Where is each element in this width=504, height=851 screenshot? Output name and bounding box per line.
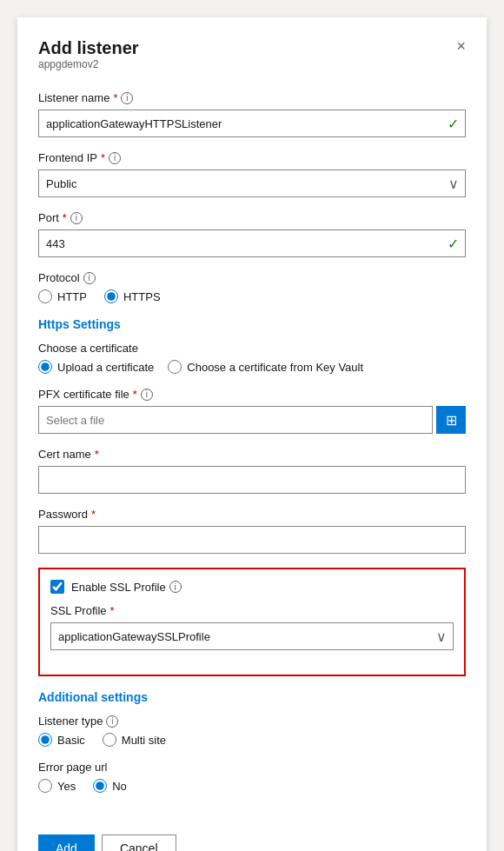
error-page-yes-label: Yes <box>57 780 76 793</box>
frontend-ip-select[interactable]: Public Private <box>38 170 466 197</box>
enable-ssl-profile-label: Enable SSL Profile i <box>71 581 182 594</box>
listener-type-group: Listener type i Basic Multi site <box>38 715 466 747</box>
listener-type-label: Listener type i <box>38 715 466 728</box>
listener-name-check-icon: ✓ <box>448 116 459 132</box>
error-page-yes-option[interactable]: Yes <box>38 779 76 793</box>
error-page-no-label: No <box>112 780 127 793</box>
cert-name-group: Cert name * <box>38 448 466 494</box>
https-settings-section: Https Settings Choose a certificate Uplo… <box>38 317 466 374</box>
protocol-info-icon[interactable]: i <box>83 272 96 284</box>
ssl-profile-required: * <box>110 604 115 617</box>
listener-type-radio-group: Basic Multi site <box>38 733 466 747</box>
cert-name-required: * <box>95 448 99 461</box>
password-required: * <box>91 508 96 521</box>
ssl-profile-dropdown-label: SSL Profile * <box>50 604 454 617</box>
listener-name-input[interactable] <box>38 110 466 137</box>
frontend-ip-info-icon[interactable]: i <box>109 152 121 164</box>
protocol-https-radio[interactable] <box>104 289 118 303</box>
pfx-cert-label: PFX certificate file * i <box>38 388 466 401</box>
cert-keyvault-option[interactable]: Choose a certificate from Key Vault <box>168 360 363 374</box>
error-page-yes-radio[interactable] <box>38 779 52 793</box>
frontend-ip-select-wrapper: Public Private ∨ <box>38 170 466 197</box>
folder-icon: ⊞ <box>446 412 457 429</box>
cert-radio-group: Upload a certificate Choose a certificat… <box>38 360 466 374</box>
protocol-radio-group: HTTP HTTPS <box>38 289 466 303</box>
panel-title-group: Add listener appgdemov2 <box>38 38 139 88</box>
listener-name-info-icon[interactable]: i <box>121 92 133 104</box>
error-page-no-option[interactable]: No <box>93 779 127 793</box>
listener-name-required: * <box>113 91 117 104</box>
cert-upload-label: Upload a certificate <box>57 361 154 374</box>
pfx-file-input[interactable] <box>38 406 433 434</box>
panel-title: Add listener <box>38 38 139 58</box>
close-button[interactable]: × <box>456 38 466 54</box>
ssl-profile-dropdown-group: SSL Profile * applicationGatewaySSLProfi… <box>50 604 454 650</box>
pfx-cert-group: PFX certificate file * i ⊞ <box>38 388 466 434</box>
add-listener-panel: Add listener appgdemov2 × Listener name … <box>17 17 487 851</box>
cert-upload-radio[interactable] <box>38 360 52 374</box>
cert-keyvault-radio[interactable] <box>168 360 182 374</box>
protocol-https-option[interactable]: HTTPS <box>104 289 161 303</box>
pfx-info-icon[interactable]: i <box>141 389 153 401</box>
port-label: Port * i <box>38 211 466 224</box>
ssl-profile-select-wrapper: applicationGatewaySSLProfile ∨ <box>50 622 454 650</box>
error-page-radio-group: Yes No <box>38 779 466 793</box>
error-page-no-radio[interactable] <box>93 779 107 793</box>
pfx-required: * <box>133 388 137 401</box>
panel-footer: Add Cancel <box>38 821 466 851</box>
frontend-ip-required: * <box>101 151 105 164</box>
port-group: Port * i ✓ <box>38 211 466 257</box>
listener-type-basic-option[interactable]: Basic <box>38 733 85 747</box>
port-info-icon[interactable]: i <box>70 212 83 224</box>
port-check-icon: ✓ <box>448 236 459 252</box>
protocol-http-option[interactable]: HTTP <box>38 289 87 303</box>
ssl-profile-section: Enable SSL Profile i SSL Profile * appli… <box>38 568 466 676</box>
cancel-button[interactable]: Cancel <box>102 834 176 851</box>
port-required: * <box>63 211 67 224</box>
listener-type-info-icon[interactable]: i <box>106 715 118 728</box>
protocol-group: Protocol i HTTP HTTPS <box>38 271 466 303</box>
error-page-url-group: Error page url Yes No <box>38 761 466 793</box>
port-input-wrapper: ✓ <box>38 229 466 257</box>
listener-name-label: Listener name * i <box>38 91 466 104</box>
ssl-profile-info-icon[interactable]: i <box>169 581 182 593</box>
frontend-ip-label: Frontend IP * i <box>38 151 466 164</box>
choose-cert-label: Choose a certificate <box>38 342 466 355</box>
listener-type-multisite-radio[interactable] <box>103 733 116 747</box>
enable-ssl-profile-row: Enable SSL Profile i <box>50 580 454 594</box>
listener-type-multisite-label: Multi site <box>122 734 166 747</box>
password-label: Password * <box>38 508 466 521</box>
cert-upload-option[interactable]: Upload a certificate <box>38 360 154 374</box>
enable-ssl-profile-checkbox[interactable] <box>50 580 64 594</box>
protocol-http-radio[interactable] <box>38 289 52 303</box>
frontend-ip-group: Frontend IP * i Public Private ∨ <box>38 151 466 197</box>
listener-name-input-wrapper: ✓ <box>38 110 466 137</box>
password-group: Password * <box>38 508 466 554</box>
cert-name-input[interactable] <box>38 466 466 494</box>
port-input[interactable] <box>38 229 466 257</box>
protocol-https-label: HTTPS <box>123 290 161 303</box>
panel-header: Add listener appgdemov2 × <box>38 38 466 88</box>
password-input[interactable] <box>38 526 466 554</box>
protocol-http-label: HTTP <box>57 290 87 303</box>
cert-name-label: Cert name * <box>38 448 466 461</box>
panel-subtitle: appgdemov2 <box>38 58 139 70</box>
protocol-label: Protocol i <box>38 271 466 284</box>
ssl-profile-select[interactable]: applicationGatewaySSLProfile <box>50 622 454 650</box>
listener-name-group: Listener name * i ✓ <box>38 91 466 137</box>
pfx-browse-button[interactable]: ⊞ <box>436 406 466 434</box>
listener-type-multisite-option[interactable]: Multi site <box>103 733 166 747</box>
add-button[interactable]: Add <box>38 834 95 851</box>
error-page-url-label: Error page url <box>38 761 466 774</box>
listener-type-basic-label: Basic <box>57 734 85 747</box>
additional-settings-heading: Additional settings <box>38 690 466 704</box>
pfx-file-input-wrapper: ⊞ <box>38 406 466 434</box>
additional-settings-section: Additional settings Listener type i Basi… <box>38 690 466 793</box>
cert-keyvault-label: Choose a certificate from Key Vault <box>187 361 363 374</box>
listener-type-basic-radio[interactable] <box>38 733 52 747</box>
https-settings-heading: Https Settings <box>38 317 466 331</box>
